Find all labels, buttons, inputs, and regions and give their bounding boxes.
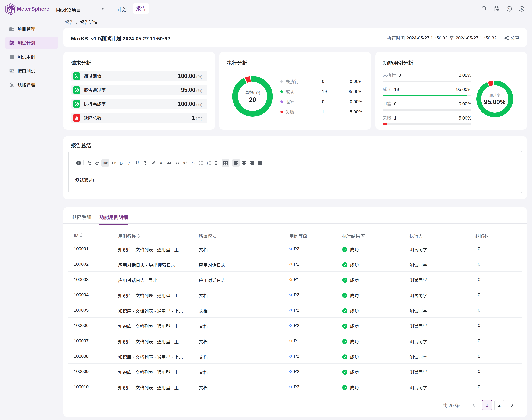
svg-text:H#: H# [103, 161, 108, 165]
svg-text:×: × [183, 161, 185, 165]
svg-text:T: T [111, 161, 114, 165]
svg-text:B: B [120, 161, 123, 165]
svg-text:T: T [114, 162, 116, 165]
svg-text:2: 2 [186, 161, 187, 163]
svg-text:A: A [160, 161, 162, 165]
svg-text:?: ? [508, 7, 510, 11]
svg-text:I: I [128, 161, 130, 165]
svg-text:3: 3 [207, 164, 208, 165]
svg-text:U: U [136, 161, 139, 165]
svg-text:M: M [8, 8, 11, 13]
svg-text:×: × [191, 160, 193, 165]
svg-text:2: 2 [194, 163, 195, 165]
svg-text:A: A [521, 7, 523, 11]
svg-text:S: S [12, 9, 14, 14]
